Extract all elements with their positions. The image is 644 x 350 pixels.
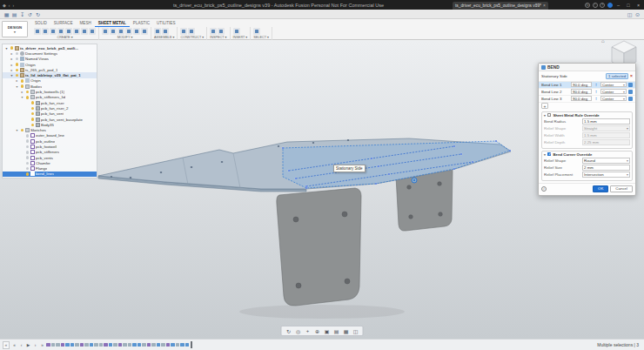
- flip-direction-icon[interactable]: ↕: [594, 82, 599, 87]
- timeline-feature[interactable]: [118, 343, 123, 347]
- toolbar-tab[interactable]: SURFACE: [50, 19, 77, 27]
- visibility-icon[interactable]: [26, 91, 30, 94]
- visibility-icon[interactable]: [16, 57, 19, 61]
- file-menu-icon[interactable]: ▤: [10, 10, 18, 18]
- bend-angle-input[interactable]: 90.0 deg: [571, 82, 592, 88]
- new-component-icon[interactable]: [154, 28, 161, 35]
- section-analysis-icon[interactable]: [218, 28, 225, 35]
- timeline-feature[interactable]: [166, 343, 171, 347]
- fillet-icon[interactable]: [133, 28, 140, 35]
- section-caret-icon[interactable]: ▾: [544, 152, 546, 157]
- expander-icon[interactable]: ▸: [10, 51, 14, 56]
- timeline-feature[interactable]: [61, 343, 65, 347]
- visibility-icon[interactable]: [16, 63, 19, 66]
- timeline-feature[interactable]: [56, 343, 60, 347]
- toolbar-group-label[interactable]: CREATE ▾: [34, 35, 96, 40]
- toolbar-group-label[interactable]: CONSTRUCT ▾: [180, 35, 204, 40]
- joint-icon[interactable]: [162, 28, 169, 35]
- timeline-feature[interactable]: [147, 343, 151, 347]
- bend-position-select[interactable]: Center ▾: [600, 96, 627, 102]
- dialog-header[interactable]: BEND: [539, 64, 635, 71]
- orbit-icon[interactable]: ↻: [285, 327, 292, 334]
- timeline-playhead[interactable]: [191, 341, 192, 348]
- section-checkbox[interactable]: [547, 113, 552, 118]
- bend-direction-icon[interactable]: [628, 90, 633, 94]
- pattern-icon[interactable]: [89, 28, 96, 35]
- timeline-feature[interactable]: [185, 343, 190, 347]
- timeline-feature[interactable]: [138, 343, 142, 347]
- field-control[interactable]: Intersection▾: [582, 172, 630, 178]
- timeline-feature[interactable]: [132, 343, 137, 347]
- fusion-app-icon[interactable]: ◆: [3, 3, 6, 8]
- visibility-icon[interactable]: [31, 118, 35, 121]
- stationary-side-selection[interactable]: 1 selected: [606, 73, 628, 79]
- visibility-icon[interactable]: [21, 129, 24, 132]
- bend-icon[interactable]: [65, 28, 72, 35]
- visibility-icon[interactable]: [21, 84, 24, 88]
- info-icon[interactable]: i: [541, 186, 547, 192]
- visibility-icon[interactable]: [26, 162, 30, 165]
- toolbar-group-label[interactable]: ASSEMBLE ▾: [154, 35, 174, 40]
- timeline-feature[interactable]: [180, 343, 184, 347]
- expander-icon[interactable]: ▸: [15, 78, 19, 83]
- bend-angle-input[interactable]: 90.0 deg: [571, 89, 592, 95]
- unfold-icon[interactable]: [102, 28, 109, 35]
- timeline-feature[interactable]: [90, 343, 94, 347]
- new-document-tab-button[interactable]: +: [534, 2, 538, 7]
- center-leg-flange[interactable]: [277, 188, 361, 306]
- combine-icon[interactable]: [141, 28, 148, 35]
- timeline-feature[interactable]: [80, 343, 84, 347]
- toolbar-tab[interactable]: MESH: [77, 19, 95, 27]
- visibility-icon[interactable]: [16, 52, 19, 56]
- pan-icon[interactable]: +: [305, 327, 312, 334]
- section-checkbox[interactable]: [547, 152, 552, 157]
- press-pull-icon[interactable]: [125, 28, 132, 35]
- flip-direction-icon[interactable]: ↕: [594, 96, 599, 101]
- toolbar-tab[interactable]: SHEET METAL: [95, 19, 130, 27]
- timeline-feature[interactable]: [51, 343, 56, 347]
- go-to-end-icon[interactable]: »: [39, 341, 45, 349]
- search-icon[interactable]: ⊙: [634, 10, 641, 18]
- forward-icon[interactable]: ›: [13, 3, 15, 8]
- bend-table-row[interactable]: Bend Line 2 90.0 deg ↕ Center ▾: [539, 89, 635, 96]
- field-control[interactable]: 1.5 mm: [582, 118, 630, 125]
- field-control[interactable]: 2 mm: [582, 165, 630, 171]
- ok-button[interactable]: OK: [593, 185, 608, 192]
- expander-icon[interactable]: ▾: [15, 84, 19, 89]
- visibility-icon[interactable]: [16, 69, 19, 72]
- timeline-feature[interactable]: [128, 343, 132, 347]
- timeline-feature[interactable]: [109, 343, 113, 347]
- undo-icon[interactable]: ↺: [26, 10, 34, 18]
- timeline-feature[interactable]: [99, 343, 104, 347]
- field-control[interactable]: Round▾: [582, 158, 630, 164]
- flip-direction-icon[interactable]: ↕: [594, 89, 599, 94]
- timeline-feature[interactable]: [176, 343, 180, 347]
- toolbar-tab[interactable]: UTILITIES: [153, 19, 178, 27]
- visibility-icon[interactable]: [26, 167, 30, 171]
- visibility-icon[interactable]: [31, 124, 35, 127]
- select-icon[interactable]: [253, 28, 260, 35]
- timeline-feature[interactable]: [123, 343, 127, 347]
- browser-item[interactable]: bend_lines: [3, 172, 97, 177]
- offset-plane-icon[interactable]: [180, 28, 187, 35]
- document-tab-close-icon[interactable]: ×: [543, 3, 546, 8]
- step-back-icon[interactable]: ‹: [18, 341, 24, 349]
- toolbar-tab[interactable]: SOLID: [31, 19, 50, 27]
- data-panel-icon[interactable]: ▦: [3, 10, 10, 18]
- go-to-start-icon[interactable]: «: [11, 341, 17, 349]
- timeline-feature[interactable]: [94, 343, 98, 347]
- expander-icon[interactable]: ▾: [20, 95, 24, 99]
- timeline-feature[interactable]: [171, 343, 175, 347]
- visibility-icon[interactable]: [26, 172, 30, 176]
- selection-manipulator[interactable]: [412, 178, 417, 183]
- expander-icon[interactable]: ▸: [10, 63, 14, 67]
- toolbar-group-label[interactable]: INSPECT ▾: [210, 35, 226, 40]
- visibility-icon[interactable]: [26, 156, 30, 159]
- bend-position-select[interactable]: Center ▾: [600, 82, 627, 88]
- job-status-icon[interactable]: ↻: [585, 3, 590, 8]
- visibility-icon[interactable]: [31, 112, 35, 116]
- visibility-icon[interactable]: [26, 145, 30, 149]
- timeline-feature[interactable]: [70, 343, 75, 347]
- expander-icon[interactable]: ▾: [15, 128, 19, 132]
- extensions-icon[interactable]: ◫: [626, 10, 634, 18]
